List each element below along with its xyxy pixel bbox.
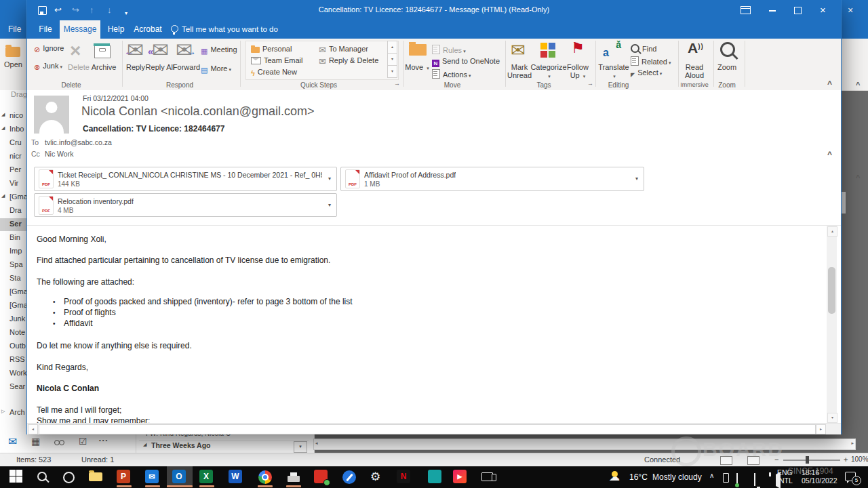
- calendar-nav-icon[interactable]: ▦: [31, 436, 40, 447]
- printer-icon[interactable]: [286, 470, 301, 485]
- reading-pane-hscrollbar[interactable]: ◂ ▸: [313, 439, 856, 450]
- actions-button[interactable]: Actions▾: [432, 69, 471, 79]
- tree-collapsed-icon[interactable]: ▷: [1, 409, 5, 414]
- start-button[interactable]: [9, 470, 24, 485]
- scroll-right-icon[interactable]: ▸: [851, 441, 854, 446]
- scroll-up-icon[interactable]: ▴: [827, 226, 837, 237]
- select-button[interactable]: ◤Select▾: [631, 68, 662, 78]
- scroll-down-icon[interactable]: ▾: [827, 413, 837, 423]
- background-pane-collapse-icon[interactable]: ^: [856, 174, 860, 182]
- quickstep-personal[interactable]: Personal: [251, 45, 292, 53]
- tab-acrobat[interactable]: Acrobat: [130, 20, 165, 39]
- ribbon-display-options-icon[interactable]: [741, 6, 751, 14]
- search-icon[interactable]: [35, 470, 50, 485]
- quickstep-to-manager[interactable]: ✉To Manager: [319, 45, 368, 55]
- minimize-icon[interactable]: [769, 10, 776, 12]
- quickstep-team-email[interactable]: Team Email: [251, 56, 302, 64]
- zoom-in-button[interactable]: +: [844, 455, 848, 464]
- weather-desc[interactable]: Mostly cloudy: [652, 472, 702, 482]
- tell-me-bulb-icon[interactable]: [171, 25, 178, 33]
- zoom-slider-track[interactable]: [783, 460, 840, 461]
- tray-phone-icon[interactable]: [723, 473, 729, 483]
- tab-help[interactable]: Help: [103, 20, 129, 39]
- word-icon[interactable]: W: [229, 470, 243, 485]
- clock[interactable]: 18:16 05/10/2022: [802, 468, 837, 485]
- settings-gear-icon[interactable]: ⚙: [370, 470, 385, 485]
- move-button[interactable]: Move ▾: [401, 63, 433, 73]
- chrome-icon[interactable]: [258, 470, 273, 485]
- tell-me-box[interactable]: Tell me what you want to do: [182, 20, 297, 39]
- header-collapse-icon[interactable]: ^: [827, 150, 832, 159]
- find-button[interactable]: Find: [631, 44, 656, 53]
- scroll-left-icon[interactable]: ◂: [28, 424, 38, 434]
- meeting-button[interactable]: ▦Meeting: [201, 45, 237, 56]
- quicksteps-more[interactable]: ▾: [387, 65, 397, 78]
- file-explorer-icon[interactable]: [88, 470, 103, 485]
- horizontal-scrollbar[interactable]: ◂ ▸: [27, 423, 841, 434]
- powerpoint-icon[interactable]: P: [117, 470, 132, 485]
- app-icon-wrench[interactable]: [342, 470, 357, 485]
- maximize-icon[interactable]: [794, 7, 802, 14]
- scroll-left-icon[interactable]: ◂: [315, 441, 318, 446]
- group-expanded-icon[interactable]: ◢: [143, 442, 146, 447]
- tab-file[interactable]: File: [33, 20, 58, 39]
- mail-nav-icon[interactable]: ✉: [8, 435, 17, 448]
- background-open-label[interactable]: Open: [4, 60, 22, 68]
- attachment-chip[interactable]: PDF Ticket Receipt_ CONLAN_NICOLA CHRIST…: [34, 167, 337, 191]
- scroll-right-icon[interactable]: ▸: [816, 424, 826, 434]
- mail-app-icon[interactable]: ✉: [145, 470, 160, 485]
- tree-expanded-icon[interactable]: ◢: [1, 112, 5, 117]
- message-from[interactable]: Nicola Conlan <nicola.conlan@gmail.com>: [81, 104, 314, 119]
- send-to-onenote-button[interactable]: NSend to OneNote: [432, 57, 500, 67]
- ignore-button[interactable]: ⊘Ignore: [34, 44, 64, 54]
- ribbon-collapse-icon[interactable]: ^: [827, 79, 832, 89]
- translate-button[interactable]: Translate ▾: [596, 63, 631, 81]
- excel-icon[interactable]: X: [199, 470, 214, 485]
- tray-display-icon[interactable]: [736, 473, 738, 486]
- your-phone-icon[interactable]: [480, 470, 495, 485]
- more-respond-button[interactable]: ▤More▾: [201, 64, 231, 75]
- related-button[interactable]: Related▾: [631, 56, 671, 66]
- archive-button[interactable]: Archive: [86, 63, 121, 71]
- tab-message[interactable]: Message: [60, 20, 100, 39]
- to-recipient[interactable]: tvlic.info@sabc.co.za: [45, 138, 112, 146]
- zoom-out-button[interactable]: −: [774, 455, 778, 464]
- tree-expanded-icon[interactable]: ◢: [1, 193, 5, 199]
- forward-button[interactable]: Forward: [169, 63, 204, 71]
- quickstep-reply-delete[interactable]: ✉Reply & Delete: [319, 56, 378, 66]
- vertical-scrollbar[interactable]: ▴ ▾: [827, 226, 837, 424]
- read-aloud-button[interactable]: Read Aloud: [679, 63, 709, 79]
- background-file-tab[interactable]: File: [8, 24, 21, 34]
- quickstep-create-new[interactable]: ϟCreate New: [251, 68, 297, 77]
- tray-network-icon[interactable]: [754, 473, 755, 486]
- reading-view-icon[interactable]: [720, 456, 732, 465]
- background-close-icon[interactable]: ×: [848, 5, 853, 16]
- media-player-icon[interactable]: ▶: [453, 470, 468, 485]
- rules-button[interactable]: Rules▾: [432, 45, 466, 54]
- tray-chevron-icon[interactable]: ∧: [709, 472, 714, 479]
- junk-button[interactable]: ⊗Junk▾: [34, 62, 62, 72]
- tasks-nav-icon[interactable]: ☑: [79, 436, 87, 447]
- close-icon[interactable]: ×: [820, 4, 826, 16]
- cc-recipient[interactable]: Nic Work: [45, 150, 73, 158]
- follow-up-button[interactable]: Follow Up ▾: [563, 63, 593, 81]
- outlook-icon[interactable]: O: [172, 470, 187, 485]
- quicksteps-scroll-down[interactable]: ▾: [387, 53, 397, 66]
- attachment-chip[interactable]: PDF Relocation inventory.pdf 4 MB ▾: [34, 193, 337, 217]
- app-icon-red[interactable]: [314, 470, 329, 485]
- hscrollbar-thumb[interactable]: [39, 424, 816, 434]
- tree-expanded-icon[interactable]: ◢: [1, 125, 5, 131]
- message-group-header[interactable]: Three Weeks Ago: [151, 441, 211, 449]
- language-indicator[interactable]: ENG INTL: [777, 468, 793, 485]
- layout-view-icon[interactable]: [747, 456, 760, 465]
- app-icon-teal[interactable]: [428, 470, 443, 485]
- list-dropdown-button[interactable]: ▾: [294, 441, 307, 453]
- attachment-dropdown-icon[interactable]: ▾: [328, 202, 331, 208]
- background-scrollbar-thumb[interactable]: [841, 192, 846, 214]
- attachment-chip[interactable]: PDF Affidavit Proof of Address.pdf 1 MB …: [340, 167, 644, 191]
- weather-temp[interactable]: 16°C: [629, 472, 648, 482]
- quicksteps-scroll-up[interactable]: ▴: [387, 41, 397, 54]
- attachment-dropdown-icon[interactable]: ▾: [328, 176, 331, 182]
- people-nav-icon[interactable]: [54, 440, 65, 448]
- attachment-dropdown-icon[interactable]: ▾: [635, 176, 638, 182]
